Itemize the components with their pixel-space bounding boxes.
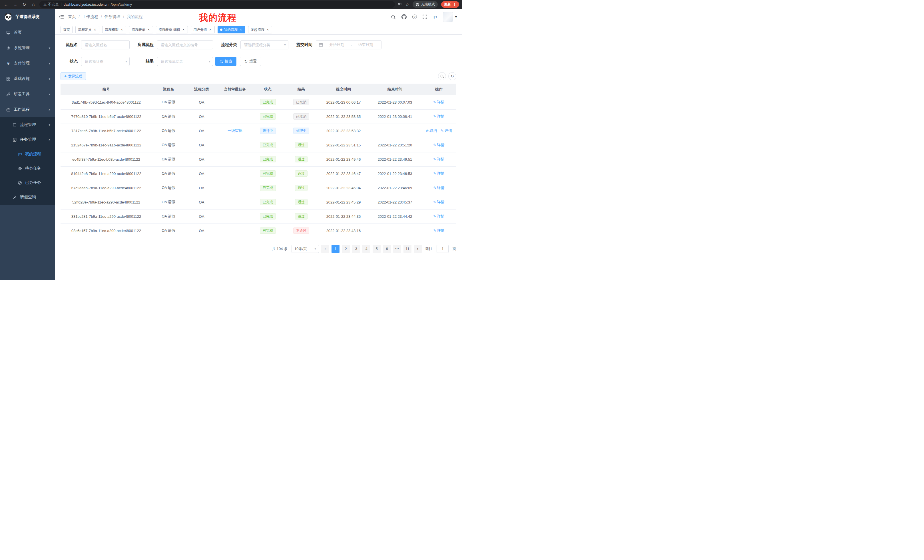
- tab-close-icon[interactable]: ×: [93, 28, 97, 32]
- tab-process-form[interactable]: 流程表单 ×: [129, 26, 153, 33]
- sidebar-item-system-management[interactable]: 系统管理 ▾: [0, 40, 55, 55]
- url-host: dashboard.yudao.iocoder.cn: [64, 3, 108, 7]
- status-select-input[interactable]: [81, 57, 130, 66]
- sidebar-item-task-management[interactable]: 任务管理 ▾: [0, 132, 55, 147]
- sidebar-item-devtools[interactable]: 研发工具 ▾: [0, 87, 55, 102]
- status-select[interactable]: ▾: [81, 57, 130, 66]
- detail-link[interactable]: ✎详情: [433, 185, 444, 190]
- tab-close-icon[interactable]: ×: [266, 28, 270, 32]
- clipboard-icon: [13, 138, 17, 142]
- avatar[interactable]: [443, 12, 453, 22]
- sidebar-item-my-process[interactable]: 我的流程: [0, 147, 55, 161]
- browser-home-button[interactable]: ⌂: [30, 1, 36, 8]
- detail-link[interactable]: ✎详情: [433, 199, 444, 205]
- status-badge: 已完成: [260, 171, 276, 177]
- browser-update-button[interactable]: 更新 ⋮: [441, 1, 459, 8]
- page-button-1[interactable]: 1: [332, 245, 339, 253]
- chevron-down-icon: ▾: [48, 77, 50, 81]
- detail-link[interactable]: ✎详情: [433, 214, 444, 219]
- browser-reload-button[interactable]: ↻: [21, 1, 27, 8]
- user-menu[interactable]: ▾: [443, 12, 457, 22]
- github-icon[interactable]: [402, 14, 406, 19]
- sidebar-item-infrastructure[interactable]: 基础设施 ▾: [0, 71, 55, 87]
- wrench-icon: [6, 92, 10, 96]
- reset-button[interactable]: ↻ 重置: [240, 57, 261, 66]
- sidebar-item-payment-management[interactable]: ¥ 支付管理 ▾: [0, 55, 55, 71]
- table-row: ec45f38f-7b9a-11ec-b03b-acde48001122 OA …: [60, 152, 456, 166]
- key-icon[interactable]: [398, 2, 402, 7]
- goto-page-input[interactable]: [436, 245, 448, 253]
- toggle-search-button[interactable]: [438, 72, 446, 80]
- cancel-link[interactable]: ⊘取消: [426, 128, 437, 133]
- category-select-input[interactable]: [240, 40, 288, 49]
- process-name-input[interactable]: [81, 40, 130, 49]
- tab-process-definition[interactable]: 流程定义 ×: [75, 26, 99, 33]
- address-bar[interactable]: ⚠ 不安全 dashboard.yudao.iocoder.cn/bpm/tas…: [39, 1, 395, 8]
- page-button-11[interactable]: 11: [404, 245, 411, 253]
- end-date-placeholder[interactable]: 结束日期: [353, 42, 378, 47]
- tab-my-process[interactable]: 我的流程 ×: [218, 26, 245, 33]
- breadcrumb-item-workflow[interactable]: 工作流程: [82, 14, 98, 19]
- sidebar-toggle-icon[interactable]: [59, 14, 64, 19]
- tab-close-icon[interactable]: ×: [147, 28, 150, 32]
- parent-process-input[interactable]: [157, 40, 213, 49]
- tab-process-form-edit[interactable]: 流程表单-编辑 ×: [156, 26, 188, 33]
- current-task-link[interactable]: 一级审批: [228, 128, 242, 133]
- tab-close-icon[interactable]: ×: [239, 28, 243, 32]
- tab-user-group[interactable]: 用户分组 ×: [191, 26, 215, 33]
- browser-back-button[interactable]: ←: [3, 1, 9, 8]
- sidebar-item-leave-query[interactable]: 请假查询: [0, 190, 55, 205]
- page-size-select[interactable]: 10条/页 ▾: [291, 245, 319, 253]
- tab-process-model[interactable]: 流程模型 ×: [102, 26, 126, 33]
- detail-link[interactable]: ✎详情: [433, 142, 444, 148]
- page-button-2[interactable]: 2: [342, 245, 350, 253]
- site-security-warning[interactable]: ⚠ 不安全: [44, 2, 59, 7]
- next-page-button[interactable]: ›: [414, 245, 422, 253]
- detail-link[interactable]: ✎详情: [433, 114, 444, 119]
- sidebar-item-done-tasks[interactable]: 已办任务: [0, 175, 55, 190]
- sidebar-item-process-management[interactable]: 流程管理 ▾: [0, 117, 55, 132]
- page-button-6[interactable]: 6: [383, 245, 391, 253]
- page-ellipsis-button[interactable]: •••: [393, 245, 401, 253]
- fullscreen-icon[interactable]: [423, 15, 427, 19]
- sidebar-item-todo-tasks[interactable]: 待办任务: [0, 161, 55, 175]
- sidebar-item-workflow[interactable]: 工作流程 ▾: [0, 102, 55, 117]
- refresh-table-button[interactable]: ↻: [448, 72, 456, 80]
- category-select[interactable]: ▾: [240, 40, 288, 49]
- chevron-right-icon: ›: [417, 246, 418, 252]
- detail-link[interactable]: ✎详情: [433, 100, 444, 105]
- tab-close-icon[interactable]: ×: [182, 28, 185, 32]
- browser-menu-icon[interactable]: ⋮: [453, 2, 456, 7]
- detail-link[interactable]: ✎详情: [433, 228, 444, 233]
- search-button[interactable]: 搜索: [215, 57, 236, 66]
- page-button-5[interactable]: 5: [373, 245, 381, 253]
- sidebar-item-home[interactable]: 首页: [0, 25, 55, 40]
- help-icon[interactable]: ?: [412, 15, 417, 19]
- create-process-button[interactable]: + 发起流程: [60, 72, 86, 80]
- tab-start-process[interactable]: 发起流程 ×: [248, 26, 272, 33]
- tab-close-icon[interactable]: ×: [208, 28, 212, 32]
- detail-link[interactable]: ✎详情: [433, 157, 444, 162]
- font-size-icon[interactable]: TT: [433, 15, 437, 19]
- start-date-placeholder[interactable]: 开始日期: [324, 42, 350, 47]
- tab-home[interactable]: 首页: [60, 26, 72, 33]
- tab-close-icon[interactable]: ×: [120, 28, 124, 32]
- submit-time-range-picker[interactable]: 开始日期 - 结束日期: [316, 40, 381, 49]
- breadcrumb-item-home[interactable]: 首页: [68, 14, 76, 19]
- process-id: 819442e8-7b9a-11ec-a290-acde48001122: [71, 172, 141, 176]
- result-select-input[interactable]: [157, 57, 213, 66]
- detail-link[interactable]: ✎详情: [433, 171, 444, 176]
- browser-forward-button[interactable]: →: [12, 1, 18, 8]
- detail-link[interactable]: ✎详情: [441, 128, 452, 133]
- page-button-4[interactable]: 4: [362, 245, 370, 253]
- page-button-3[interactable]: 3: [352, 245, 360, 253]
- app-logo-row[interactable]: 芋道管理系统: [0, 9, 55, 25]
- tab-label: 流程定义: [78, 27, 92, 32]
- search-icon[interactable]: [391, 15, 396, 19]
- edit-icon: ✎: [433, 114, 436, 118]
- bookmark-star-icon[interactable]: ☆: [405, 2, 409, 7]
- breadcrumb-item-task-management[interactable]: 任务管理: [105, 14, 120, 19]
- result-select[interactable]: ▾: [157, 57, 213, 66]
- column-header-id: 编号: [60, 84, 152, 95]
- prev-page-button[interactable]: ‹: [321, 245, 329, 253]
